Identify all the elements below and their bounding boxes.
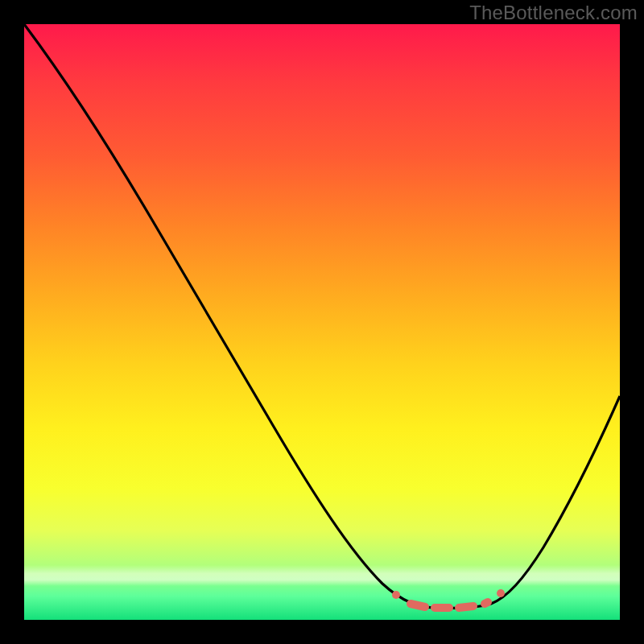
- bottleneck-curve: [24, 24, 620, 620]
- plot-area: [24, 24, 620, 620]
- svg-line-4: [485, 602, 488, 604]
- curve-path: [24, 24, 620, 608]
- flat-region-highlight: [396, 593, 501, 608]
- watermark-text: TheBottleneck.com: [469, 2, 638, 24]
- chart-frame: TheBottleneck.com: [0, 0, 644, 644]
- svg-line-3: [459, 606, 473, 608]
- svg-line-1: [411, 604, 425, 607]
